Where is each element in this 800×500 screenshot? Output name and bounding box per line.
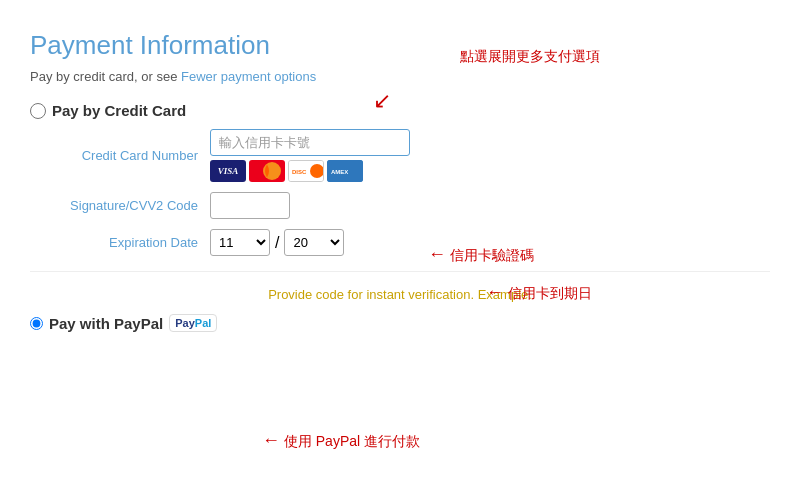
page-title: Payment Information [30, 30, 770, 61]
cc-number-row: Credit Card Number VISA [50, 129, 770, 182]
cvv-row: Signature/CVV2 Code [50, 192, 770, 219]
annotation-paypal-text: 使用 PayPal 進行付款 [284, 433, 420, 449]
expiry-row: Expiration Date 010203040506070809101112… [50, 229, 770, 256]
annotation-expand-text: 點選展開更多支付選項 [460, 48, 600, 64]
paypal-badge-blue: Pay [175, 317, 195, 329]
annotation-cvv-text: 信用卡驗證碼 [450, 247, 534, 263]
paypal-radio-label[interactable]: Pay with PayPal PayPal [30, 314, 217, 332]
paypal-badge: PayPal [169, 314, 217, 332]
section-divider [30, 271, 770, 272]
cvv-label: Signature/CVV2 Code [50, 198, 210, 213]
expiry-separator: / [275, 234, 279, 252]
payment-container: Payment Information Pay by credit card, … [0, 0, 800, 352]
credit-card-section: Pay by Credit Card Credit Card Number VI… [30, 102, 770, 256]
cc-number-label: Credit Card Number [50, 148, 210, 163]
cc-number-input[interactable] [210, 129, 410, 156]
cvv-control [210, 192, 290, 219]
card-icons: VISA DISC [210, 160, 410, 182]
mastercard-icon [249, 160, 285, 182]
annotation-expiry: ← 信用卡到期日 [486, 282, 592, 303]
paypal-section: Pay with PayPal PayPal [30, 314, 770, 332]
credit-card-form: Credit Card Number VISA [50, 129, 770, 256]
credit-card-radio-label[interactable]: Pay by Credit Card [30, 102, 770, 119]
paypal-radio[interactable] [30, 317, 43, 330]
discover-icon: DISC [288, 160, 324, 182]
amex-icon: AMEX [327, 160, 363, 182]
subtitle-text: Pay by credit card, or see [30, 69, 177, 84]
annotation-paypal: ← 使用 PayPal 進行付款 [262, 430, 420, 451]
visa-icon: VISA [210, 160, 246, 182]
cc-number-control: VISA DISC [210, 129, 410, 182]
subtitle: Pay by credit card, or see Fewer payment… [30, 69, 770, 84]
svg-text:AMEX: AMEX [331, 169, 348, 175]
fewer-options-link[interactable]: Fewer payment options [181, 69, 316, 84]
annotation-cvv: ← 信用卡驗證碼 [428, 244, 534, 265]
svg-text:DISC: DISC [292, 169, 307, 175]
cvv-input[interactable] [210, 192, 290, 219]
instant-verify-text: Provide code for instant verification. E… [30, 287, 770, 302]
arrow-down-1: ↙ [373, 88, 391, 114]
credit-card-label: Pay by Credit Card [52, 102, 186, 119]
expiry-year-select[interactable]: 2021222324252627282930 [284, 229, 344, 256]
paypal-text: Pay with PayPal [49, 315, 163, 332]
paypal-badge-sky: Pal [195, 317, 212, 329]
annotation-expiry-text: 信用卡到期日 [508, 285, 592, 301]
expiry-month-select[interactable]: 010203040506070809101112 [210, 229, 270, 256]
annotation-expand: 點選展開更多支付選項 [460, 48, 600, 66]
expiry-selects: 010203040506070809101112 / 2021222324252… [210, 229, 344, 256]
credit-card-radio[interactable] [30, 103, 46, 119]
expiry-label: Expiration Date [50, 235, 210, 250]
expiry-control: 010203040506070809101112 / 2021222324252… [210, 229, 344, 256]
